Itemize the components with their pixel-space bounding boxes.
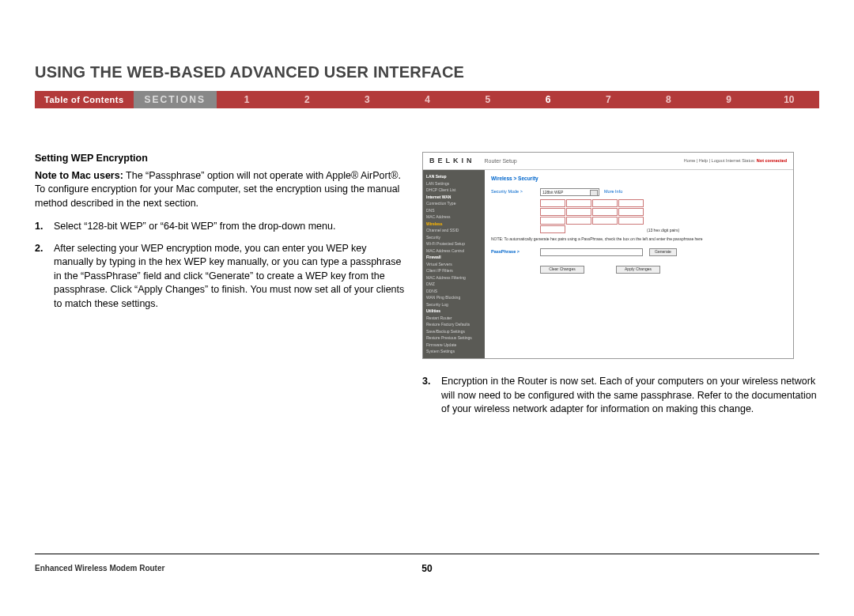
header-links-text[interactable]: Home | Help | Logout Internet Status: <box>684 158 756 163</box>
internet-status: Not connected <box>757 158 787 163</box>
sidebar-item[interactable]: WAN Ping Blocking <box>426 294 482 301</box>
step-num: 2. <box>35 242 54 312</box>
sidebar-head: LAN Setup <box>426 173 482 180</box>
wep-key-grid <box>540 199 644 233</box>
sidebar-item[interactable]: MAC Address Control <box>426 248 482 255</box>
section-link-7[interactable]: 7 <box>578 91 638 108</box>
section-link-5[interactable]: 5 <box>458 91 518 108</box>
section-link-3[interactable]: 3 <box>337 91 397 108</box>
sections-label: SECTIONS <box>134 91 217 108</box>
sidebar-item[interactable]: DDNS <box>426 288 482 295</box>
ss-header: BELKIN Router Setup Home | Help | Logout… <box>423 153 793 170</box>
section-link-9[interactable]: 9 <box>699 91 759 108</box>
passphrase-label: PassPhrase > <box>491 249 540 255</box>
sidebar-head: Internet WAN <box>426 194 482 201</box>
left-column: Setting WEP Encryption Note to Mac users… <box>35 152 406 425</box>
apply-changes-button[interactable]: Apply Changes <box>616 266 660 274</box>
sidebar-item[interactable]: Restore Factory Defaults <box>426 321 482 328</box>
sidebar-item[interactable]: Restart Router <box>426 315 482 322</box>
wep-key-cell[interactable] <box>618 199 644 207</box>
sidebar-head: Utilities <box>426 308 482 315</box>
generate-button[interactable]: Generate <box>649 248 677 256</box>
section-link-6[interactable]: 6 <box>518 91 578 108</box>
sidebar-item[interactable]: Virtual Servers <box>426 261 482 268</box>
step-1: 1. Select “128-bit WEP” or “64-bit WEP” … <box>35 220 406 234</box>
sidebar-item[interactable]: MAC Address Filtering <box>426 274 482 282</box>
step-text: After selecting your WEP encryption mode… <box>54 242 406 312</box>
footer-product: Enhanced Wireless Modem Router <box>35 564 164 573</box>
step-text: Select “128-bit WEP” or “64-bit WEP” fro… <box>54 220 406 234</box>
footer-divider <box>35 554 819 554</box>
wep-key-cell[interactable] <box>618 217 644 225</box>
sidebar-item[interactable]: Firmware Update <box>426 342 482 349</box>
note-label: Note to Mac users: <box>35 170 123 181</box>
header-links: Home | Help | Logout Internet Status: No… <box>684 158 787 164</box>
sidebar-item[interactable]: LAN Settings <box>426 180 482 187</box>
ss-sidebar: LAN Setup LAN Settings DHCP Client List … <box>423 170 485 358</box>
security-mode-select[interactable]: 128bit WEP <box>540 188 599 196</box>
sidebar-item[interactable]: Restore Previous Settings <box>426 334 482 342</box>
step-3: 3. Encryption in the Router is now set. … <box>422 375 819 417</box>
wep-key-cell[interactable] <box>540 217 565 225</box>
section-link-2[interactable]: 2 <box>277 91 337 108</box>
section-link-10[interactable]: 10 <box>759 91 819 108</box>
wep-key-cell[interactable] <box>566 217 591 225</box>
sidebar-item[interactable]: Security Log <box>426 301 482 308</box>
sidebar-item[interactable]: Security <box>426 234 482 241</box>
sidebar-item[interactable]: Save/Backup Settings <box>426 328 482 335</box>
sidebar-item[interactable]: Channel and SSID <box>426 227 482 234</box>
wep-key-cell[interactable] <box>592 199 618 207</box>
section-link-8[interactable]: 8 <box>638 91 698 108</box>
passphrase-input[interactable] <box>540 248 643 256</box>
section-link-4[interactable]: 4 <box>398 91 458 108</box>
hex-note: (13 hex digit pairs) <box>647 228 679 233</box>
wep-key-cell[interactable] <box>566 199 591 207</box>
sidebar-item[interactable]: Wi-Fi Protected Setup <box>426 240 482 248</box>
sidebar-item[interactable]: System Settings <box>426 348 482 355</box>
sidebar-item[interactable]: Connection Type <box>426 200 482 207</box>
passphrase-note: NOTE: To automatically generate hex pair… <box>491 236 787 242</box>
right-column: BELKIN Router Setup Home | Help | Logout… <box>422 152 819 425</box>
step-num: 3. <box>422 375 441 417</box>
wep-key-cell[interactable] <box>592 217 618 225</box>
sidebar-item[interactable]: MAC Address <box>426 214 482 221</box>
ss-main: Wireless > Security Security Mode > 128b… <box>485 170 793 358</box>
step-num: 1. <box>35 220 54 234</box>
sidebar-item[interactable]: Client IP Filters <box>426 267 482 274</box>
sidebar-head-active: Wireless <box>426 221 482 228</box>
page-number: 50 <box>421 563 432 574</box>
breadcrumb: Wireless > Security <box>491 175 787 182</box>
wep-key-cell[interactable] <box>566 208 591 216</box>
mac-note: Note to Mac users: The “Passphrase” opti… <box>35 169 406 211</box>
sidebar-item[interactable]: DNS <box>426 207 482 214</box>
toc-link[interactable]: Table of Contents <box>35 91 134 108</box>
sidebar-item[interactable]: DHCP Client List <box>426 187 482 194</box>
more-info-link[interactable]: More Info <box>604 189 622 195</box>
page-title: USING THE WEB-BASED ADVANCED USER INTERF… <box>35 63 819 81</box>
router-setup-label: Router Setup <box>485 157 517 165</box>
wep-key-cell[interactable] <box>592 208 618 216</box>
sidebar-head: Firewall <box>426 254 482 261</box>
wep-key-cell[interactable] <box>540 208 565 216</box>
wep-key-cell[interactable] <box>618 208 644 216</box>
security-mode-label: Security Mode > <box>491 189 540 195</box>
sidebar-item[interactable]: DMZ <box>426 281 482 288</box>
wep-key-cell[interactable] <box>540 199 565 207</box>
page-footer: Enhanced Wireless Modem Router 50 <box>35 564 819 573</box>
wep-key-cell[interactable] <box>540 225 565 233</box>
router-screenshot: BELKIN Router Setup Home | Help | Logout… <box>422 152 794 359</box>
step-text: Encryption in the Router is now set. Eac… <box>441 375 819 417</box>
section-numbers: 1 2 3 4 5 6 7 8 9 10 <box>217 91 819 108</box>
step-2: 2. After selecting your WEP encryption m… <box>35 242 406 312</box>
section-nav: Table of Contents SECTIONS 1 2 3 4 5 6 7… <box>35 91 819 108</box>
clear-changes-button[interactable]: Clear Changes <box>540 266 584 274</box>
brand-logo: BELKIN <box>429 156 475 166</box>
subheading: Setting WEP Encryption <box>35 152 406 166</box>
section-link-1[interactable]: 1 <box>217 91 277 108</box>
